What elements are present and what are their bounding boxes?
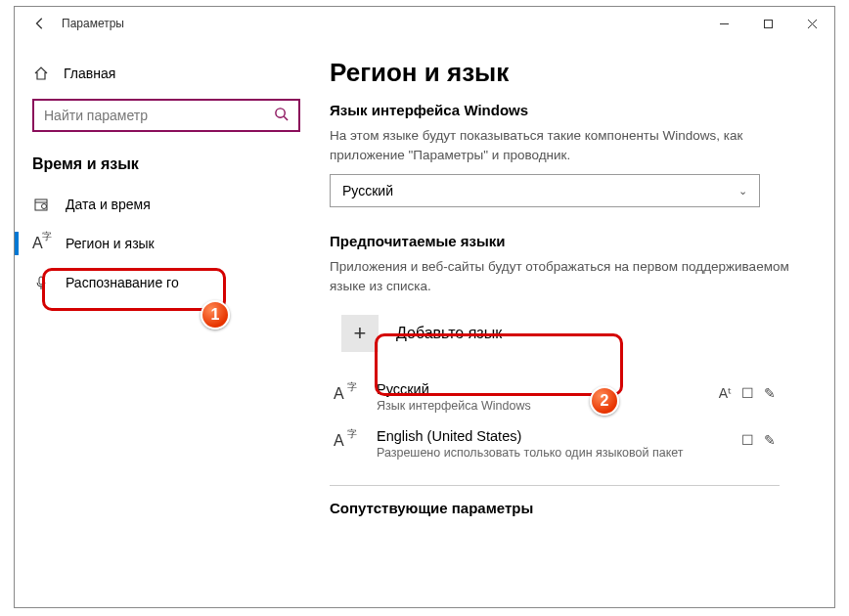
search-placeholder: Найти параметр — [44, 108, 148, 123]
settings-window: Параметры Главная Найти парамет — [14, 6, 835, 608]
search-icon — [274, 107, 289, 124]
window-title: Параметры — [62, 17, 124, 30]
sidebar-item-label: Регион и язык — [66, 236, 155, 251]
sidebar-section-heading: Время и язык — [15, 150, 318, 185]
annotation-badge-1: 1 — [201, 300, 230, 330]
microphone-icon — [32, 275, 50, 290]
preferred-languages-heading: Предпочитаемые языки — [330, 233, 815, 249]
svg-rect-7 — [39, 277, 43, 285]
sidebar-item-label: Дата и время — [66, 197, 151, 212]
close-button[interactable] — [790, 9, 834, 38]
text-to-speech-icon: Aᵗ — [719, 385, 732, 401]
maximize-button[interactable] — [746, 9, 790, 38]
svg-point-6 — [42, 204, 47, 209]
related-settings-heading: Сопутствующие параметры — [330, 500, 815, 516]
home-icon — [32, 66, 50, 81]
minimize-button[interactable] — [702, 9, 746, 38]
language-name: English (United States) — [377, 428, 684, 444]
back-button[interactable] — [26, 17, 54, 30]
add-language-button[interactable]: + Добавьте язык — [330, 305, 584, 362]
language-glyph-icon — [334, 428, 363, 451]
language-subtitle: Разрешено использовать только один языко… — [377, 446, 684, 460]
display-icon: ☐ — [741, 432, 754, 448]
language-name: Русский — [377, 381, 531, 397]
handwriting-icon: ✎ — [764, 385, 776, 401]
sidebar-item-date-time[interactable]: Дата и время — [15, 185, 318, 224]
add-language-label: Добавьте язык — [396, 325, 502, 342]
handwriting-icon: ✎ — [764, 432, 776, 448]
preferred-languages-desc: Приложения и веб-сайты будут отображатьс… — [330, 257, 815, 295]
sidebar-item-region-language[interactable]: Регион и язык — [15, 224, 318, 263]
language-feature-icons: ☐ ✎ — [741, 428, 776, 448]
chevron-down-icon: ⌄ — [738, 185, 747, 198]
interface-language-desc: На этом языке будут показываться такие к… — [330, 126, 815, 164]
content-area: Регион и язык Язык интерфейса Windows На… — [318, 40, 834, 607]
svg-rect-1 — [765, 20, 773, 27]
plus-icon: + — [341, 315, 379, 352]
svg-point-2 — [276, 109, 285, 117]
calendar-icon — [32, 197, 50, 212]
select-value: Русский — [342, 183, 393, 198]
language-icon — [32, 236, 50, 251]
sidebar-home[interactable]: Главная — [15, 60, 318, 87]
language-feature-icons: Aᵗ ☐ ✎ — [719, 381, 776, 401]
display-icon: ☐ — [741, 385, 754, 401]
language-subtitle: Язык интерфейса Windows — [377, 399, 531, 413]
sidebar-home-label: Главная — [64, 66, 115, 81]
divider — [330, 485, 780, 486]
sidebar-item-speech[interactable]: Распознавание го — [15, 263, 318, 302]
sidebar-item-label: Распознавание го — [66, 275, 179, 290]
svg-line-3 — [284, 116, 288, 120]
language-item-russian[interactable]: Русский Язык интерфейса Windows Aᵗ ☐ ✎ — [330, 374, 780, 420]
language-glyph-icon — [334, 381, 363, 404]
language-item-english[interactable]: English (United States) Разрешено исполь… — [330, 420, 780, 467]
page-title: Регион и язык — [330, 58, 815, 88]
search-input[interactable]: Найти параметр — [32, 99, 300, 132]
interface-language-select[interactable]: Русский ⌄ — [330, 174, 760, 207]
annotation-badge-2: 2 — [590, 386, 619, 416]
sidebar: Главная Найти параметр Время и язык Дата… — [15, 40, 318, 607]
interface-language-heading: Язык интерфейса Windows — [330, 102, 815, 118]
titlebar: Параметры — [15, 7, 834, 40]
